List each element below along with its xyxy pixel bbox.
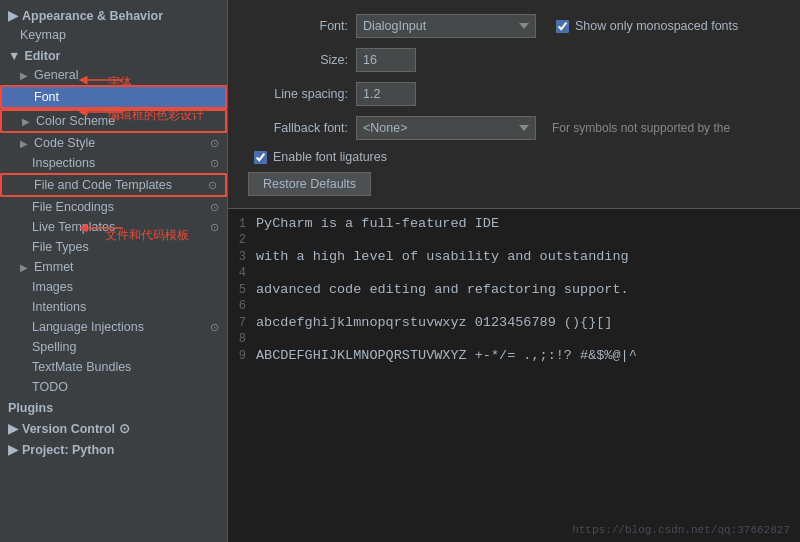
font-select[interactable]: DialogInput [356,14,536,38]
sidebar-item-code-style[interactable]: ▶ Code Style ⊙ [0,133,227,153]
line-num-5: 5 [228,283,256,297]
fallback-font-label: Fallback font: [248,121,348,135]
font-row: Font: DialogInput Show only monospaced f… [248,14,780,38]
arrow-icon: ▶ [8,8,18,23]
content-panel: Font: DialogInput Show only monospaced f… [228,0,800,542]
line-spacing-row: Line spacing: [248,82,780,106]
arrow-project: ▶ [8,442,18,457]
code-line-8: 8 [228,331,800,347]
settings-icon-vc: ⊙ [119,421,130,436]
sidebar-item-spelling[interactable]: Spelling [0,337,227,357]
code-line-5: 5 advanced code editing and refactoring … [228,281,800,298]
line-spacing-input[interactable] [356,82,416,106]
line-spacing-label: Line spacing: [248,87,348,101]
line-num-2: 2 [228,233,256,247]
settings-icon-inspections: ⊙ [210,157,219,170]
sidebar-item-live-templates[interactable]: Live Templates ⊙ [0,217,227,237]
size-label: Size: [248,53,348,67]
line-num-1: 1 [228,217,256,231]
code-preview: 1 PyCha​rm is a full-featured IDE 2 3 wi… [228,209,800,542]
sidebar-item-editor[interactable]: ▼ Editor [0,45,227,65]
line-content-3: with a high level of usability and outst… [256,249,629,264]
arrow-icon-colorscheme: ▶ [22,116,30,127]
sidebar-item-font[interactable]: Font [0,85,227,109]
sidebar-item-file-code-templates[interactable]: File and Code Templates ⊙ [0,173,227,197]
line-num-6: 6 [228,299,256,313]
sidebar-item-appearance[interactable]: ▶ Appearance & Behavior [0,4,227,25]
sidebar-item-todo[interactable]: TODO [0,377,227,397]
sidebar-item-keymap[interactable]: Keymap [0,25,227,45]
code-line-3: 3 with a high level of usability and out… [228,248,800,265]
arrow-icon-general: ▶ [20,70,28,81]
ligatures-row: Enable font ligatures [248,150,780,164]
ligatures-checkbox[interactable] [254,151,267,164]
code-line-4: 4 [228,265,800,281]
code-line-1: 1 PyCha​rm is a full-featured IDE [228,215,800,232]
line-num-4: 4 [228,266,256,280]
sidebar-item-language-injections[interactable]: Language Injections ⊙ [0,317,227,337]
sidebar-item-emmet[interactable]: ▶ Emmet [0,257,227,277]
fallback-font-select[interactable]: <None> [356,116,536,140]
sidebar-item-general[interactable]: ▶ General [0,65,227,85]
line-content-9: ABCDEFGHIJKLMNOPQRSTUVWXYZ +-*/= .,;:!? … [256,348,637,363]
sidebar-item-textmate[interactable]: TextMate Bundles [0,357,227,377]
settings-icon-lt: ⊙ [210,221,219,234]
sidebar: 字体 编辑框的色彩设计 文件和代码模板 ▶ Appearance & Behav… [0,0,228,542]
sidebar-item-file-types[interactable]: File Types [0,237,227,257]
settings-icon-fe: ⊙ [210,201,219,214]
code-line-7: 7 abcdefghijklmnopqrstuvwxyz 0123456789 … [228,314,800,331]
sidebar-item-inspections[interactable]: Inspections ⊙ [0,153,227,173]
sidebar-item-project[interactable]: ▶ Project: Python [0,438,227,459]
size-row: Size: [248,48,780,72]
fallback-note: For symbols not supported by the [552,121,730,135]
restore-defaults-button[interactable]: Restore Defaults [248,172,371,196]
line-content-1: PyCha​rm is a full-featured IDE [256,216,499,231]
line-content-5: advanced code editing and refactoring su… [256,282,629,297]
settings-panel: Font: DialogInput Show only monospaced f… [228,0,800,209]
font-label: Font: [248,19,348,33]
show-monospaced-row: Show only monospaced fonts [544,19,738,33]
sidebar-item-color-scheme[interactable]: ▶ Color Scheme [0,109,227,133]
fallback-font-row: Fallback font: <None> For symbols not su… [248,116,780,140]
code-line-6: 6 [228,298,800,314]
ligatures-label: Enable font ligatures [273,150,387,164]
line-num-8: 8 [228,332,256,346]
arrow-icon-codestyle: ▶ [20,138,28,149]
line-num-7: 7 [228,316,256,330]
line-num-3: 3 [228,250,256,264]
arrow-icon-editor: ▼ [8,49,20,63]
line-num-9: 9 [228,349,256,363]
code-line-2: 2 [228,232,800,248]
arrow-icon-emmet: ▶ [20,262,28,273]
sidebar-item-file-encodings[interactable]: File Encodings ⊙ [0,197,227,217]
arrow-vc: ▶ [8,421,18,436]
watermark: https://blog.csdn.net/qq:37662827 [572,524,790,536]
settings-icon-fct: ⊙ [208,179,217,192]
sidebar-item-version-control[interactable]: ▶ Version Control ⊙ [0,417,227,438]
sidebar-item-intentions[interactable]: Intentions [0,297,227,317]
code-line-9: 9 ABCDEFGHIJKLMNOPQRSTUVWXYZ +-*/= .,;:!… [228,347,800,364]
settings-icon: ⊙ [210,137,219,150]
line-content-7: abcdefghijklmnopqrstuvwxyz 0123456789 ()… [256,315,612,330]
sidebar-item-images[interactable]: Images [0,277,227,297]
show-monospaced-checkbox[interactable] [556,20,569,33]
sidebar-item-plugins[interactable]: Plugins [0,397,227,417]
size-input[interactable] [356,48,416,72]
settings-icon-li: ⊙ [210,321,219,334]
show-monospaced-label: Show only monospaced fonts [575,19,738,33]
